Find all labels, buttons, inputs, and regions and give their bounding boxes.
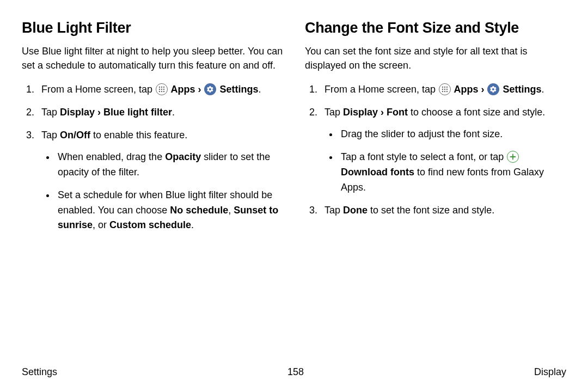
- step-3: Tap On/Off to enable this feature. When …: [37, 128, 283, 233]
- substeps: When enabled, drag the Opacity slider to…: [41, 150, 283, 233]
- step-2: Tap Display › Font to choose a font size…: [320, 105, 566, 195]
- footer-left: Settings: [22, 366, 57, 378]
- svg-point-6: [159, 91, 160, 92]
- svg-point-13: [444, 89, 445, 90]
- text: From a Home screen, tap: [41, 84, 155, 95]
- step-1: From a Home screen, tap Apps › Settings.: [37, 82, 283, 97]
- svg-point-16: [444, 91, 445, 92]
- bold-text: Opacity: [165, 151, 201, 162]
- settings-label: Settings: [500, 84, 541, 95]
- bold-text: Download fonts: [341, 167, 414, 177]
- svg-point-14: [446, 89, 448, 90]
- intro-font: You can set the font size and style for …: [305, 44, 566, 72]
- left-column: Blue Light Filter Use Blue light filter …: [22, 20, 283, 241]
- apps-icon: [439, 83, 451, 95]
- steps-blue-light: From a Home screen, tap Apps › Settings.…: [22, 82, 283, 233]
- text: When enabled, drag the: [58, 151, 165, 162]
- text: .: [258, 84, 261, 95]
- text: Tap: [41, 107, 60, 118]
- step-2: Tap Display › Blue light filter.: [37, 105, 283, 120]
- substeps: Drag the slider to adjust the font size.…: [324, 127, 566, 195]
- substep-1: Drag the slider to adjust the font size.: [339, 127, 566, 142]
- svg-point-3: [159, 89, 160, 90]
- settings-icon: [487, 83, 499, 95]
- svg-point-15: [442, 91, 443, 92]
- bold-text: On/Off: [60, 130, 90, 140]
- step-3: Tap Done to set the font size and style.: [320, 203, 566, 218]
- content-columns: Blue Light Filter Use Blue light filter …: [22, 20, 566, 241]
- text: to enable this feature.: [90, 130, 187, 140]
- settings-label: Settings: [217, 84, 258, 95]
- svg-point-8: [163, 91, 164, 92]
- bold-text: Display › Font: [343, 107, 408, 118]
- substep-1: When enabled, drag the Opacity slider to…: [56, 150, 283, 180]
- separator: ›: [478, 84, 487, 95]
- intro-blue-light: Use Blue light filter at night to help y…: [22, 44, 283, 72]
- footer-page-number: 158: [287, 366, 304, 378]
- svg-point-4: [161, 89, 162, 90]
- svg-point-2: [163, 87, 164, 88]
- text: ,: [228, 205, 234, 216]
- svg-point-5: [163, 89, 164, 90]
- footer-right: Display: [534, 366, 566, 378]
- text: .: [541, 84, 544, 95]
- settings-icon: [204, 83, 216, 95]
- heading-blue-light: Blue Light Filter: [22, 20, 283, 36]
- svg-point-10: [444, 87, 445, 88]
- right-column: Change the Font Size and Style You can s…: [305, 20, 566, 241]
- text: Tap: [324, 107, 343, 118]
- bold-text: Custom schedule: [109, 219, 191, 230]
- svg-point-1: [161, 87, 162, 88]
- steps-font: From a Home screen, tap Apps › Settings.…: [305, 82, 566, 218]
- substep-2: Set a schedule for when Blue light filte…: [56, 188, 283, 234]
- text: Tap: [324, 205, 343, 216]
- step-1: From a Home screen, tap Apps › Settings.: [320, 82, 566, 97]
- apps-label: Apps: [168, 84, 195, 95]
- apps-label: Apps: [451, 84, 478, 95]
- page-footer: Settings 158 Display: [22, 366, 566, 378]
- text: Tap a font style to select a font, or ta…: [341, 151, 506, 162]
- text: From a Home screen, tap: [324, 84, 438, 95]
- text: to choose a font size and style.: [408, 107, 545, 118]
- svg-point-7: [161, 91, 162, 92]
- apps-icon: [156, 83, 168, 95]
- bold-text: No schedule: [170, 205, 228, 216]
- text: Tap: [41, 130, 60, 140]
- svg-point-0: [159, 87, 160, 88]
- text: , or: [93, 219, 109, 230]
- bold-text: Done: [343, 205, 367, 216]
- svg-point-11: [446, 87, 448, 88]
- bold-text: Display › Blue light filter: [60, 107, 172, 118]
- svg-point-12: [442, 89, 443, 90]
- plus-icon: [507, 151, 519, 163]
- svg-point-17: [446, 91, 448, 92]
- heading-font: Change the Font Size and Style: [305, 20, 566, 36]
- text: .: [191, 219, 194, 230]
- text: .: [172, 107, 175, 118]
- text: to set the font size and style.: [367, 205, 494, 216]
- svg-point-9: [442, 87, 443, 88]
- substep-2: Tap a font style to select a font, or ta…: [339, 150, 566, 195]
- separator: ›: [195, 84, 204, 95]
